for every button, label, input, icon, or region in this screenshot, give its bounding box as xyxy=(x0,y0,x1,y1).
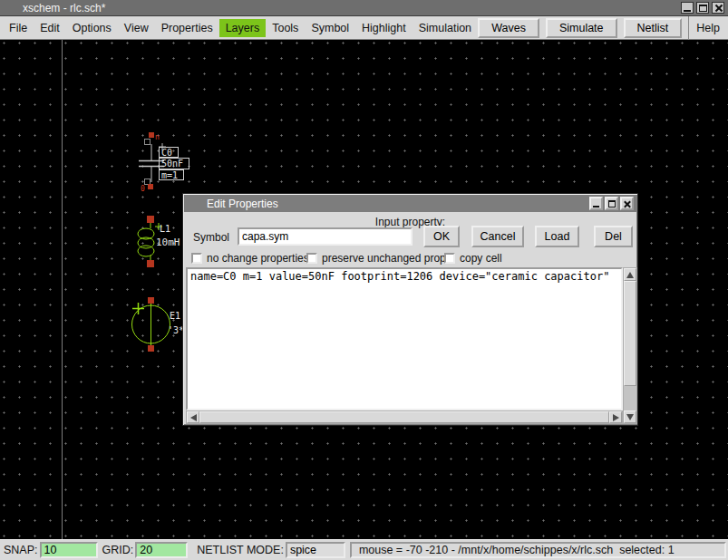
ok-button[interactable]: OK xyxy=(423,226,460,247)
pin-top xyxy=(148,297,154,304)
edit-properties-dialog: Edit Properties Input property: Symbol O… xyxy=(182,193,638,426)
horizontal-scroll-thumb[interactable] xyxy=(199,411,609,423)
close-button[interactable] xyxy=(712,2,724,14)
source-ref-label: E1 xyxy=(170,311,180,321)
scroll-up-button[interactable] xyxy=(624,268,636,281)
net-label-bottom: 0 xyxy=(141,185,145,193)
checkbox-row: no change properties preserve unchanged … xyxy=(183,252,637,266)
menu-options[interactable]: Options xyxy=(66,19,118,37)
snap-label: SNAP: xyxy=(4,544,38,556)
inductor-symbol[interactable]: L1 10mH xyxy=(138,216,180,267)
menu-view[interactable]: View xyxy=(118,19,155,37)
cap-plates xyxy=(139,161,164,167)
close-icon xyxy=(624,200,631,208)
simulate-button[interactable]: Simulate xyxy=(546,18,617,38)
preserve-unchanged-props-label: preserve unchanged props xyxy=(322,252,451,265)
menu-highlight[interactable]: Highlight xyxy=(355,19,413,37)
horizontal-scrollbar[interactable] xyxy=(186,410,623,424)
copy-cell-label: copy cell xyxy=(460,252,502,265)
inductor-ref-label: L1 xyxy=(160,224,170,234)
arrow-right-icon xyxy=(613,414,619,421)
netlist-mode-label: NETLIST MODE: xyxy=(197,544,284,556)
capacitor-ref-label: C0 xyxy=(161,148,172,158)
coil-loop xyxy=(138,246,154,256)
xschem-window: xschem - rlc.sch* File Edit Options View… xyxy=(0,0,728,560)
del-button[interactable]: Del xyxy=(594,226,633,247)
pin-bottom xyxy=(148,345,154,352)
menubar: File Edit Options View Properties Layers… xyxy=(0,16,728,40)
capacitor-symbol[interactable]: n 0 C0 50nF m=1 xyxy=(139,132,189,193)
pin-bottom xyxy=(148,184,153,189)
vertical-scroll-thumb[interactable] xyxy=(624,281,636,386)
menu-file[interactable]: File xyxy=(3,19,34,37)
net-label-top: n xyxy=(155,133,160,141)
minimize-icon xyxy=(593,206,599,208)
scroll-down-button[interactable] xyxy=(624,410,636,423)
inductor-value-label: 10mH xyxy=(156,237,180,248)
close-icon xyxy=(714,4,723,12)
maximize-icon xyxy=(608,200,616,208)
snap-input[interactable] xyxy=(40,542,98,558)
pin-box-top xyxy=(145,140,150,145)
menu-help[interactable]: Help xyxy=(694,19,725,37)
arrow-down-icon xyxy=(626,414,634,420)
no-change-properties-label: no change properties xyxy=(207,252,309,265)
status-info-frame: mouse = -70 -210 - /mnt/x/home/schippes/… xyxy=(350,542,726,558)
pin-bottom xyxy=(147,260,154,267)
arrow-left-icon xyxy=(190,414,197,421)
source-plus-icon xyxy=(132,303,144,314)
symbol-input[interactable] xyxy=(238,227,413,246)
no-change-properties-checkbox[interactable] xyxy=(191,253,202,264)
menu-edit[interactable]: Edit xyxy=(34,19,66,37)
pin-box-bottom xyxy=(145,179,150,185)
scroll-left-button[interactable] xyxy=(187,411,199,423)
menu-tools[interactable]: Tools xyxy=(266,19,305,37)
schematic-canvas[interactable]: n 0 C0 50nF m=1 xyxy=(0,40,728,539)
netlist-mode-input[interactable] xyxy=(286,542,345,558)
menu-simulation[interactable]: Simulation xyxy=(413,19,478,37)
cancel-button[interactable]: Cancel xyxy=(471,226,524,247)
source-symbol[interactable]: E1 '3*c xyxy=(132,297,190,352)
minimize-icon xyxy=(684,10,691,12)
symbol-label: Symbol xyxy=(193,231,229,244)
property-textarea[interactable]: name=C0 m=1 value=50nF footprint=1206 de… xyxy=(186,267,623,410)
maximize-button[interactable] xyxy=(696,2,709,14)
dialog-minimize-button[interactable] xyxy=(589,197,603,210)
menu-layers[interactable]: Layers xyxy=(219,19,267,37)
copy-cell-checkbox[interactable] xyxy=(444,253,455,264)
preserve-unchanged-props-checkbox[interactable] xyxy=(306,253,317,264)
waves-button[interactable]: Waves xyxy=(478,18,539,38)
menubar-divider xyxy=(688,16,689,40)
menu-symbol[interactable]: Symbol xyxy=(305,19,355,37)
menu-properties[interactable]: Properties xyxy=(155,19,219,37)
pin-top xyxy=(149,132,154,138)
grid-input[interactable] xyxy=(135,542,188,558)
arrow-up-icon xyxy=(626,272,634,278)
window-titlebar[interactable]: xschem - rlc.sch* xyxy=(0,0,728,16)
minimize-button[interactable] xyxy=(681,2,694,14)
dialog-close-button[interactable] xyxy=(620,197,634,210)
statusbar: SNAP: GRID: NETLIST MODE: mouse = -70 -2… xyxy=(0,539,728,560)
vertical-scrollbar[interactable] xyxy=(623,267,637,424)
dialog-titlebar[interactable]: Edit Properties xyxy=(184,195,636,212)
dialog-title: Edit Properties xyxy=(207,198,278,210)
maximize-icon xyxy=(699,5,707,12)
pin-top xyxy=(147,216,154,223)
load-button[interactable]: Load xyxy=(535,226,579,247)
mouse-status-text: mouse = -70 -210 - /mnt/x/home/schippes/… xyxy=(359,544,675,556)
grid-label: GRID: xyxy=(102,544,134,556)
dialog-maximize-button[interactable] xyxy=(605,197,618,210)
capacitor-value-label: 50nF xyxy=(161,159,183,169)
capacitor-mult-label: m=1 xyxy=(161,170,178,180)
scroll-right-button[interactable] xyxy=(609,411,622,423)
netlist-button[interactable]: Netlist xyxy=(624,18,683,38)
window-title: xschem - rlc.sch* xyxy=(23,2,105,14)
